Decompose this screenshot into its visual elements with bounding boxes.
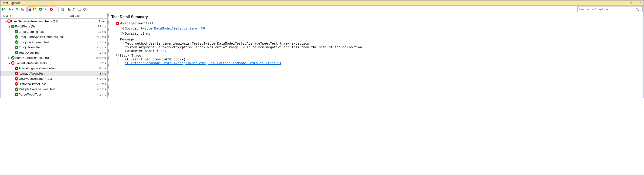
test-duration: 61 ms — [71, 61, 106, 65]
status-icon — [14, 51, 19, 54]
status-icon — [14, 77, 19, 81]
clock-icon — [120, 32, 125, 35]
source-link[interactable]: TwitterDataModelTests.cs line: 56 — [140, 27, 205, 30]
run-all-button[interactable] — [2, 6, 7, 12]
fail-icon — [50, 8, 53, 11]
expand-glyph[interactable]: ◢ — [8, 25, 11, 28]
group-by-button[interactable] — [72, 6, 76, 12]
expand-glyph[interactable]: ▷ — [8, 56, 11, 59]
test-row[interactable]: ParseTweetTest< 1 ms — [0, 92, 107, 97]
repeat-run-button[interactable] — [14, 6, 19, 12]
test-row[interactable]: GetTweetSentimentTest< 1 ms — [0, 76, 107, 82]
columns-button[interactable] — [77, 6, 82, 12]
test-row[interactable]: ActiveCognitiveServiceTest58 ms — [0, 66, 107, 71]
status-icon — [14, 30, 19, 33]
detail-source-row: Source: TwitterDataModelTests.cs line: 5… — [120, 26, 641, 31]
playlist-button[interactable]: ▾ — [60, 6, 66, 12]
test-duration: 1 ms — [71, 40, 106, 44]
status-icon — [14, 35, 19, 39]
test-duration: < 1 ms — [71, 77, 106, 80]
svg-point-7 — [636, 8, 638, 10]
test-duration: 1 ms — [71, 51, 106, 54]
search-input[interactable] — [578, 7, 636, 11]
test-duration: < 1 ms — [71, 93, 106, 96]
test-duration: < 1 ms — [71, 45, 106, 49]
test-duration: 58 ms — [71, 66, 106, 70]
test-name: AverageTweetTest — [19, 72, 71, 75]
message-label: Message: — [120, 38, 641, 41]
test-name: ParseTweetTest — [19, 93, 71, 96]
settings-button[interactable]: ▾ — [82, 6, 88, 12]
dropdown-button[interactable]: ▼ — [629, 1, 633, 5]
tree-body[interactable]: ◢UserSentimentAnalysis.Tests (17)1 sec◢E… — [0, 18, 107, 98]
test-row[interactable]: HistoricalTweetTest< 1 ms — [0, 81, 107, 87]
test-duration: < 1 ms — [71, 82, 106, 86]
status-icon — [14, 87, 19, 91]
filter-failed[interactable]: 5 — [49, 6, 57, 12]
message-line: Test method UserSentimentAnalysis.Tests.… — [125, 42, 641, 45]
test-name: TearsOfJoyTest — [19, 51, 71, 54]
status-icon — [14, 82, 19, 86]
test-row[interactable]: ◢EmojiTests (5)33 ms — [0, 24, 107, 29]
cancel-run-button[interactable] — [20, 6, 25, 12]
tree-header: Test ▲ Duration — [0, 13, 107, 18]
detail-duration-row: Duration: 3 ms — [120, 31, 641, 36]
status-icon — [14, 40, 19, 44]
test-name: EmojiHeartsTest — [19, 45, 71, 49]
test-row[interactable]: ▷HomeControllerTests (6)942 ms — [0, 55, 107, 61]
test-duration: < 1 ms — [71, 35, 106, 39]
test-name: TwitterDataModelTests (6) — [15, 61, 71, 65]
stack-trace-block: − Stack Trace: at List`1.get_Item(Int32 … — [116, 54, 641, 65]
message-line: Parameter name: index — [125, 49, 641, 53]
filter-total[interactable]: 17 — [28, 6, 37, 12]
expand-glyph[interactable]: ◢ — [4, 20, 7, 22]
test-row[interactable]: MultipleAverageTweetTest< 1 ms — [0, 87, 107, 92]
column-test[interactable]: Test ▲ — [0, 13, 68, 18]
test-row[interactable]: ◢TwitterDataModelTests (6)61 ms — [0, 60, 107, 66]
toolbar: ▾ 17 12 5 ▾ — [0, 5, 644, 13]
beaker-icon — [28, 8, 32, 11]
profile-button[interactable] — [67, 6, 72, 12]
test-name: GetTweetSentimentTest — [19, 77, 71, 80]
test-row[interactable]: EmojiExtraSpecialCharatersTest< 1 ms — [0, 34, 107, 40]
test-row[interactable]: EmojiHeartsTest< 1 ms — [0, 45, 107, 50]
test-name: ActiveCognitiveServiceTest — [19, 66, 71, 70]
test-duration: < 1 ms — [71, 87, 106, 91]
search-box[interactable]: ▾ — [578, 6, 642, 12]
status-icon — [11, 61, 15, 65]
test-duration: 31 ms — [71, 30, 106, 33]
test-name: EmojiExtraSpecialCharatersTest — [19, 35, 71, 39]
fold-toggle[interactable]: − — [116, 54, 119, 56]
test-name: EmojiClothingTest — [19, 30, 71, 33]
test-name: MultipleAverageTweetTest — [19, 87, 71, 91]
test-row[interactable]: EmojiClothingTest31 ms — [0, 29, 107, 34]
close-button[interactable]: ✕ — [638, 1, 642, 5]
gear-icon — [83, 8, 86, 11]
test-name: EmojiFaceSearchTest — [19, 40, 71, 44]
test-row[interactable]: EmojiFaceSearchTest1 ms — [0, 39, 107, 45]
test-row[interactable]: ◢UserSentimentAnalysis.Tests (17)1 sec — [0, 18, 107, 24]
detail-heading: Test Detail Summary — [111, 15, 641, 19]
status-icon — [14, 72, 19, 75]
sort-asc-icon: ▲ — [9, 14, 12, 17]
test-row[interactable]: TearsOfJoyTest1 ms — [0, 50, 107, 55]
message-block: Message: Test method UserSentimentAnalys… — [120, 38, 641, 53]
test-duration: 33 ms — [71, 25, 106, 28]
search-icon — [636, 8, 639, 11]
stack-label: Stack Trace: — [120, 54, 641, 58]
stack-line[interactable]: at TwitterDataModelTests.AverageTweetTes… — [125, 61, 641, 65]
run-button[interactable]: ▾ — [8, 6, 14, 12]
expand-glyph[interactable]: ◢ — [8, 62, 11, 64]
status-icon — [14, 66, 19, 70]
test-row[interactable]: AverageTweetTest3 ms — [0, 71, 107, 76]
stack-line: at List`1.get_Item(Int32 index) — [125, 58, 641, 61]
column-duration[interactable]: Duration — [68, 13, 107, 18]
pin-button[interactable] — [634, 1, 638, 5]
detail-test-name: AverageTweetTest — [120, 22, 154, 25]
window-title: Test Explorer — [2, 1, 629, 5]
test-name: EmojiTests (5) — [15, 25, 71, 28]
filter-passed[interactable]: 12 — [38, 6, 48, 12]
test-name: HomeControllerTests (6) — [15, 56, 71, 59]
tree-pane: Test ▲ Duration ◢UserSentimentAnalysis.T… — [0, 13, 108, 98]
detail-pane: Test Detail Summary AverageTweetTest Sou… — [109, 13, 644, 98]
